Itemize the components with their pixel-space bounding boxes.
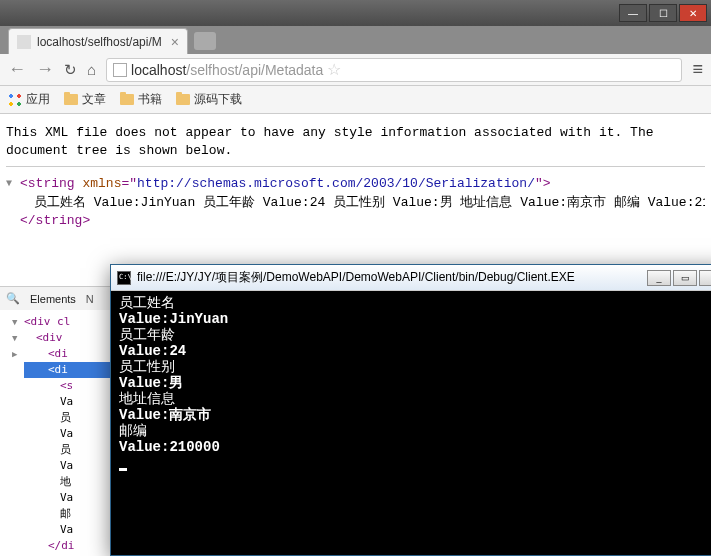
console-close-button[interactable]: [699, 270, 711, 286]
devtools-elements-tab[interactable]: Elements: [30, 293, 76, 305]
page-icon: [113, 63, 127, 77]
browser-tab[interactable]: localhost/selfhost/api/M ×: [8, 28, 188, 54]
console-window: file:///E:/JY/JY/项目案例/DemoWebAPI/DemoWeb…: [110, 264, 711, 556]
new-tab-button[interactable]: [194, 32, 216, 50]
address-bar[interactable]: localhost/selfhost/api/Metadata ☆: [106, 58, 682, 82]
url-host: localhost: [131, 62, 186, 78]
tab-close-button[interactable]: ×: [171, 34, 179, 50]
xml-open-tag: <string xmlns="http://schemas.microsoft.…: [20, 176, 551, 191]
window-maximize-button[interactable]: ☐: [649, 4, 677, 22]
console-minimize-button[interactable]: _: [647, 270, 671, 286]
url-path: /selfhost/api/Metadata: [186, 62, 323, 78]
forward-button[interactable]: →: [36, 59, 54, 80]
tab-strip: localhost/selfhost/api/M ×: [0, 26, 711, 54]
bookmark-label: 书籍: [138, 91, 162, 108]
bookmark-folder[interactable]: 文章: [64, 91, 106, 108]
bookmarks-bar: 应用 文章 书籍 源码下载: [0, 86, 711, 114]
xml-notice-text: This XML file does not appear to have an…: [6, 124, 705, 160]
window-close-button[interactable]: ✕: [679, 4, 707, 22]
apps-label: 应用: [26, 91, 50, 108]
xml-tree: ▼ <string xmlns="http://schemas.microsof…: [6, 175, 705, 230]
xml-collapse-toggle[interactable]: ▼: [6, 177, 12, 191]
console-titlebar[interactable]: file:///E:/JY/JY/项目案例/DemoWebAPI/DemoWeb…: [111, 265, 711, 291]
back-button[interactable]: ←: [8, 59, 26, 80]
page-content: This XML file does not appear to have an…: [0, 114, 711, 240]
favicon-icon: [17, 35, 31, 49]
apps-icon: [8, 93, 22, 107]
window-titlebar: — ☐ ✕: [0, 0, 711, 26]
divider: [6, 166, 705, 167]
console-cursor: [119, 468, 127, 471]
xml-text-content: 员工姓名 Value:JinYuan 员工年龄 Value:24 员工性别 Va…: [20, 194, 705, 212]
home-button[interactable]: ⌂: [87, 61, 96, 78]
window-minimize-button[interactable]: —: [619, 4, 647, 22]
console-app-icon: [117, 271, 131, 285]
console-title-text: file:///E:/JY/JY/项目案例/DemoWebAPI/DemoWeb…: [137, 269, 641, 286]
folder-icon: [176, 94, 190, 105]
console-maximize-button[interactable]: ▭: [673, 270, 697, 286]
bookmark-label: 文章: [82, 91, 106, 108]
devtools-n-tab[interactable]: N: [86, 293, 94, 305]
folder-icon: [120, 94, 134, 105]
bookmark-folder[interactable]: 书籍: [120, 91, 162, 108]
reload-button[interactable]: ↻: [64, 61, 77, 79]
browser-toolbar: ← → ↻ ⌂ localhost/selfhost/api/Metadata …: [0, 54, 711, 86]
devtools-search-icon[interactable]: 🔍: [6, 292, 20, 305]
bookmark-label: 源码下载: [194, 91, 242, 108]
apps-button[interactable]: 应用: [8, 91, 50, 108]
menu-button[interactable]: ≡: [692, 59, 703, 80]
console-output: 员工姓名 Value:JinYuan 员工年龄 Value:24 员工性别 Va…: [111, 291, 711, 555]
bookmark-star-button[interactable]: ☆: [327, 60, 341, 79]
bookmark-folder[interactable]: 源码下载: [176, 91, 242, 108]
tab-title: localhost/selfhost/api/M: [37, 35, 165, 49]
xml-close-tag: </string>: [20, 213, 90, 228]
folder-icon: [64, 94, 78, 105]
